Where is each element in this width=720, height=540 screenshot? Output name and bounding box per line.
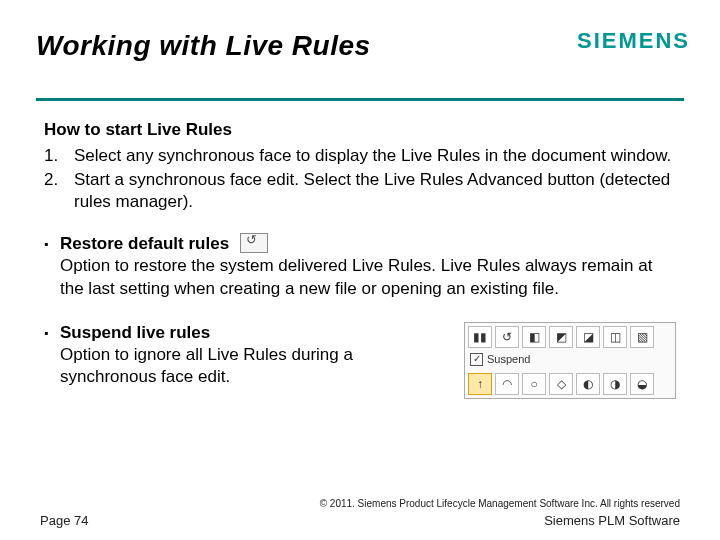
bullet-text: Option to ignore all Live Rules during a… xyxy=(60,345,353,386)
tool-icon: ◒ xyxy=(630,373,654,395)
step-text: Start a synchronous face edit. Select th… xyxy=(74,169,676,213)
pause-icon: ▮▮ xyxy=(468,326,492,348)
list-item: 1. Select any synchronous face to displa… xyxy=(44,145,676,167)
bullet-item: ▪ Suspend live rules Option to ignore al… xyxy=(44,322,676,399)
product-name: Siemens PLM Software xyxy=(544,513,680,528)
bullet-item: ▪ Restore default rules Option to restor… xyxy=(44,233,676,299)
bullet-square-icon: ▪ xyxy=(44,322,60,399)
brand-logo: SIEMENS xyxy=(577,28,690,54)
step-text: Select any synchronous face to display t… xyxy=(74,145,671,167)
tool-icon: ◑ xyxy=(603,373,627,395)
suspend-toolbar-image: ▮▮ ↺ ◧ ◩ ◪ ◫ ▧ ✓ Suspend ↑ ◠ xyxy=(464,322,676,399)
tool-icon: ◐ xyxy=(576,373,600,395)
tool-icon: ○ xyxy=(522,373,546,395)
page-number: Page 74 xyxy=(40,513,88,528)
cursor-icon: ↑ xyxy=(468,373,492,395)
restore-icon: ↺ xyxy=(495,326,519,348)
list-item: 2. Start a synchronous face edit. Select… xyxy=(44,169,676,213)
tool-icon: ▧ xyxy=(630,326,654,348)
bullet-text: Option to restore the system delivered L… xyxy=(60,256,652,297)
step-number: 1. xyxy=(44,145,74,167)
bullet-title: Suspend live rules xyxy=(60,323,210,342)
suspend-checkbox: ✓ xyxy=(470,353,483,366)
bullet-title: Restore default rules xyxy=(60,234,229,253)
tool-icon: ◫ xyxy=(603,326,627,348)
tool-icon: ◧ xyxy=(522,326,546,348)
copyright-text: © 2011. Siemens Product Lifecycle Manage… xyxy=(320,498,680,509)
tool-icon: ◠ xyxy=(495,373,519,395)
tool-icon: ◩ xyxy=(549,326,573,348)
step-number: 2. xyxy=(44,169,74,213)
tool-icon: ◪ xyxy=(576,326,600,348)
suspend-label: Suspend xyxy=(487,354,530,365)
section-heading: How to start Live Rules xyxy=(44,119,676,141)
bullet-square-icon: ▪ xyxy=(44,233,60,299)
restore-icon xyxy=(240,233,268,253)
ordered-steps: 1. Select any synchronous face to displa… xyxy=(44,145,676,213)
tool-icon: ◇ xyxy=(549,373,573,395)
